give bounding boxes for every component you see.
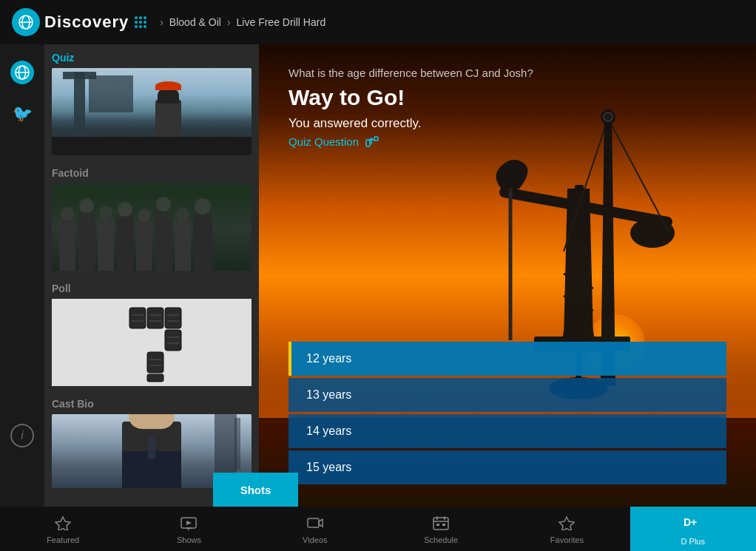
sidebar-section-quiz[interactable]: Quiz bbox=[52, 52, 252, 155]
logo-dots bbox=[135, 16, 146, 28]
twitter-button[interactable]: 🐦 bbox=[9, 101, 36, 127]
shows-label: Shows bbox=[177, 535, 201, 544]
answer-option-1[interactable]: 12 years bbox=[288, 342, 726, 376]
globe-icon bbox=[10, 61, 34, 84]
svg-rect-18 bbox=[147, 352, 163, 373]
quiz-link[interactable]: Quiz Question bbox=[288, 134, 726, 149]
main-area: 🐦 i Quiz bbox=[0, 44, 756, 507]
twitter-icon: 🐦 bbox=[13, 104, 33, 124]
svg-rect-12 bbox=[165, 308, 181, 328]
svg-rect-51 bbox=[308, 518, 319, 527]
quiz-result-title: Way to Go! bbox=[288, 85, 726, 110]
logo-area: Discovery bbox=[12, 8, 146, 36]
answer-option-4[interactable]: 15 years bbox=[288, 450, 726, 484]
answer-text-3: 14 years bbox=[306, 425, 351, 437]
info-button[interactable]: i bbox=[10, 424, 34, 447]
quiz-thumbnail bbox=[52, 68, 252, 155]
globe-button[interactable] bbox=[9, 59, 36, 86]
sidebar-section-factoid[interactable]: Factoid bbox=[52, 167, 252, 271]
sidebar-section-poll[interactable]: Poll bbox=[52, 283, 252, 386]
favorites-label: Favorites bbox=[550, 535, 584, 544]
featured-label: Featured bbox=[47, 535, 79, 544]
quiz-question: What is the age difference between CJ an… bbox=[288, 67, 726, 79]
favorites-icon bbox=[558, 515, 576, 534]
quiz-section-title[interactable]: Quiz bbox=[52, 52, 252, 64]
nav-item-videos[interactable]: Videos bbox=[252, 507, 378, 551]
factoid-thumbnail bbox=[52, 183, 252, 271]
nav-item-dplus[interactable]: D+ D Plus bbox=[630, 507, 756, 551]
dplus-icon: D+ bbox=[680, 513, 706, 535]
discovery-logo-icon bbox=[12, 8, 40, 36]
svg-rect-6 bbox=[129, 308, 146, 328]
svg-rect-58 bbox=[442, 524, 445, 526]
svg-rect-15 bbox=[165, 330, 181, 351]
videos-icon bbox=[306, 515, 324, 534]
videos-label: Videos bbox=[303, 535, 327, 544]
nav-item-schedule[interactable]: Schedule bbox=[378, 507, 504, 551]
shots-tab[interactable]: Shots bbox=[213, 473, 298, 507]
breadcrumb-sep1: › bbox=[160, 16, 163, 28]
bottom-nav: Featured Shows Videos bbox=[0, 507, 756, 551]
cast-bio-section-title[interactable]: Cast Bio bbox=[52, 398, 252, 410]
answer-option-3[interactable]: 14 years bbox=[288, 414, 726, 448]
nav-item-shows[interactable]: Shows bbox=[126, 507, 252, 551]
svg-rect-21 bbox=[147, 374, 163, 382]
factoid-section-title[interactable]: Factoid bbox=[52, 167, 252, 179]
svg-rect-53 bbox=[433, 518, 448, 530]
quiz-link-label: Quiz Question bbox=[288, 135, 359, 148]
answers-container: 12 years 13 years 14 years 15 years bbox=[288, 342, 726, 484]
quiz-overlay: What is the age difference between CJ an… bbox=[259, 44, 756, 507]
svg-rect-45 bbox=[374, 137, 378, 141]
main-content: What is the age difference between CJ an… bbox=[259, 44, 756, 507]
schedule-icon bbox=[432, 515, 450, 534]
svg-marker-59 bbox=[559, 517, 574, 530]
dplus-label: D Plus bbox=[681, 537, 705, 546]
nav-item-favorites[interactable]: Favorites bbox=[504, 507, 630, 551]
breadcrumb-show[interactable]: Blood & Oil bbox=[169, 16, 221, 28]
icon-sidebar: 🐦 i bbox=[0, 44, 44, 507]
quiz-correct-text: You answered correctly. bbox=[288, 116, 726, 131]
svg-rect-57 bbox=[436, 524, 439, 526]
svg-rect-9 bbox=[147, 308, 163, 328]
poll-thumbnail bbox=[52, 299, 252, 386]
answer-text-1: 12 years bbox=[306, 352, 351, 365]
svg-text:D+: D+ bbox=[684, 516, 697, 528]
share-icon bbox=[365, 134, 379, 149]
svg-marker-50 bbox=[186, 521, 192, 525]
poll-section-title[interactable]: Poll bbox=[52, 283, 252, 294]
breadcrumb-episode: Live Free Drill Hard bbox=[237, 16, 326, 28]
answer-option-2[interactable]: 13 years bbox=[288, 378, 726, 412]
header: Discovery › Blood & Oil › Live Free Dril… bbox=[0, 0, 756, 44]
answer-text-2: 13 years bbox=[306, 388, 351, 401]
breadcrumb-sep2: › bbox=[227, 16, 231, 28]
nav-item-featured[interactable]: Featured bbox=[0, 507, 126, 551]
breadcrumb: › Blood & Oil › Live Free Drill Hard bbox=[160, 16, 325, 28]
schedule-label: Schedule bbox=[424, 535, 458, 544]
shows-icon bbox=[180, 515, 198, 534]
logo-text: Discovery bbox=[44, 13, 129, 32]
featured-icon bbox=[54, 515, 72, 534]
answer-text-4: 15 years bbox=[306, 461, 351, 473]
shots-label: Shots bbox=[240, 484, 271, 496]
content-sidebar: Quiz bbox=[44, 44, 259, 507]
svg-marker-46 bbox=[55, 517, 70, 530]
